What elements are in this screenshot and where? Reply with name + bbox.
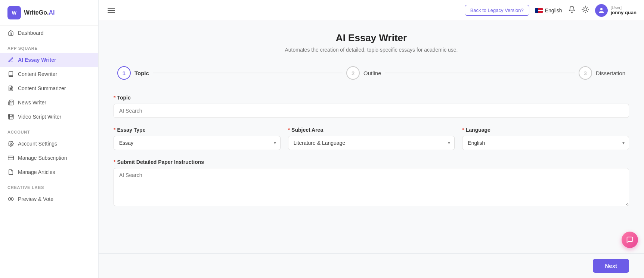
sidebar-item-label: Content Rewriter bbox=[18, 71, 57, 77]
sidebar-item-account-settings[interactable]: Account Settings bbox=[0, 137, 98, 151]
section-app-square: APP SQUARE bbox=[0, 40, 98, 53]
main-area: Back to Legacy Version? English bbox=[99, 0, 644, 278]
subject-area-label: *Subject Area bbox=[288, 127, 455, 133]
language-section: *Language English Spanish French German … bbox=[462, 127, 629, 150]
essay-type-wrapper: Essay Research Paper Term Paper Thesis A… bbox=[114, 136, 281, 150]
svg-line-22 bbox=[587, 7, 588, 7]
svg-point-23 bbox=[600, 8, 603, 10]
pencil-icon bbox=[7, 56, 14, 63]
form-row-selects: *Essay Type Essay Research Paper Term Pa… bbox=[114, 127, 629, 150]
doc-icon bbox=[7, 85, 14, 92]
language-label: *Language bbox=[462, 127, 629, 133]
logo-text: WriteGo.AI bbox=[24, 9, 55, 16]
language-label: English bbox=[545, 7, 562, 13]
page-subtitle: Automates the creation of detailed, topi… bbox=[114, 47, 629, 53]
header-left bbox=[106, 6, 117, 15]
sidebar-item-label: Manage Subscription bbox=[18, 155, 67, 161]
newspaper-icon bbox=[7, 99, 14, 106]
step-3: 3 Dissertation bbox=[575, 66, 629, 80]
main-content: AI Essay Writer Automates the creation o… bbox=[99, 21, 644, 278]
instructions-label: *Submit Detailed Paper Instructions bbox=[114, 159, 629, 165]
sidebar-item-label: Content Summarizer bbox=[18, 85, 66, 91]
user-avatar-area[interactable]: [User] jonny quan bbox=[595, 4, 637, 17]
next-button[interactable]: Next bbox=[593, 259, 629, 273]
stepper: 1 Topic 2 Outline 3 Dissertation bbox=[114, 66, 629, 80]
video-icon bbox=[7, 113, 14, 120]
sidebar-item-manage-subscription[interactable]: Manage Subscription bbox=[0, 151, 98, 165]
user-name: jonny quan bbox=[611, 10, 637, 15]
subject-area-section: *Subject Area Literature & Language Scie… bbox=[288, 127, 455, 150]
section-creative-labs: CREATIVE LABS bbox=[0, 179, 98, 192]
card-icon bbox=[7, 155, 14, 161]
language-wrapper: English Spanish French German Chinese Ja… bbox=[462, 136, 629, 150]
sidebar-item-news-writer[interactable]: News Writer bbox=[0, 95, 98, 110]
essay-type-select[interactable]: Essay Research Paper Term Paper Thesis A… bbox=[114, 136, 281, 150]
instructions-section: *Submit Detailed Paper Instructions bbox=[114, 159, 629, 208]
floating-action-button[interactable] bbox=[622, 232, 638, 248]
logo[interactable]: W WriteGo.AI bbox=[7, 6, 91, 19]
sidebar-item-manage-articles[interactable]: Manage Articles bbox=[0, 165, 98, 179]
topic-label: *Topic bbox=[114, 95, 629, 101]
instructions-textarea[interactable] bbox=[114, 168, 629, 206]
sidebar-item-ai-essay-writer[interactable]: AI Essay Writer bbox=[0, 53, 98, 67]
theme-toggle-button[interactable] bbox=[582, 6, 589, 15]
step-label-2: Outline bbox=[363, 70, 381, 76]
notifications-button[interactable] bbox=[568, 6, 576, 15]
step-1: 1 Topic bbox=[114, 66, 153, 80]
legacy-version-button[interactable]: Back to Legacy Version? bbox=[465, 5, 529, 16]
svg-rect-11 bbox=[8, 156, 14, 160]
step-circle-2: 2 bbox=[346, 66, 360, 80]
svg-line-17 bbox=[583, 7, 583, 7]
user-info: [User] jonny quan bbox=[611, 5, 637, 15]
step-label-3: Dissertation bbox=[596, 70, 625, 76]
sidebar-item-label: Account Settings bbox=[18, 141, 57, 147]
sidebar-item-content-summarizer[interactable]: Content Summarizer bbox=[0, 81, 98, 95]
sidebar-item-dashboard[interactable]: Dashboard bbox=[0, 26, 98, 40]
subject-area-wrapper: Literature & Language Science History Ma… bbox=[288, 136, 455, 150]
svg-point-14 bbox=[583, 8, 586, 11]
svg-point-10 bbox=[10, 143, 12, 144]
language-selector[interactable]: English bbox=[535, 7, 562, 13]
step-circle-3: 3 bbox=[579, 66, 592, 80]
header: Back to Legacy Version? English bbox=[99, 0, 644, 21]
svg-line-21 bbox=[583, 11, 583, 12]
sidebar-item-content-rewriter[interactable]: Content Rewriter bbox=[0, 67, 98, 81]
hamburger-button[interactable] bbox=[106, 6, 117, 15]
logo-icon: W bbox=[7, 6, 21, 19]
language-select[interactable]: English Spanish French German Chinese Ja… bbox=[462, 136, 629, 150]
topic-field-section: *Topic bbox=[114, 95, 629, 118]
sidebar: W WriteGo.AI Dashboard APP SQUARE AI Ess… bbox=[0, 0, 99, 278]
svg-point-13 bbox=[10, 198, 12, 200]
sidebar-item-video-script-writer[interactable]: Video Script Writer bbox=[0, 110, 98, 124]
sidebar-item-label: News Writer bbox=[18, 100, 46, 106]
topic-input[interactable] bbox=[114, 104, 629, 118]
sidebar-item-label: Manage Articles bbox=[18, 169, 55, 175]
sidebar-item-label: Preview & Vote bbox=[18, 196, 53, 202]
book-icon bbox=[7, 71, 14, 77]
house-icon bbox=[7, 30, 14, 36]
step-circle-1: 1 bbox=[117, 66, 131, 80]
avatar bbox=[595, 4, 608, 17]
sidebar-item-label: Dashboard bbox=[18, 30, 44, 36]
eye-icon bbox=[7, 196, 14, 202]
svg-line-18 bbox=[587, 11, 588, 12]
step-label-1: Topic bbox=[134, 70, 149, 76]
sidebar-item-label: AI Essay Writer bbox=[18, 57, 56, 63]
doc2-icon bbox=[7, 169, 14, 175]
step-2: 2 Outline bbox=[343, 66, 385, 80]
essay-type-label: *Essay Type bbox=[114, 127, 281, 133]
section-account: ACCOUNT bbox=[0, 124, 98, 137]
user-tag: [User] bbox=[611, 5, 637, 10]
subject-area-select[interactable]: Literature & Language Science History Ma… bbox=[288, 136, 455, 150]
page-title: AI Essay Writer bbox=[114, 32, 629, 44]
footer-actions: Next bbox=[99, 253, 644, 278]
sidebar-item-label: Video Script Writer bbox=[18, 114, 61, 120]
gear-icon bbox=[7, 140, 14, 147]
essay-type-section: *Essay Type Essay Research Paper Term Pa… bbox=[114, 127, 281, 150]
logo-area: W WriteGo.AI bbox=[0, 0, 98, 26]
sidebar-item-preview-vote[interactable]: Preview & Vote bbox=[0, 192, 98, 206]
header-right: Back to Legacy Version? English bbox=[465, 4, 637, 17]
flag-icon bbox=[535, 8, 543, 13]
